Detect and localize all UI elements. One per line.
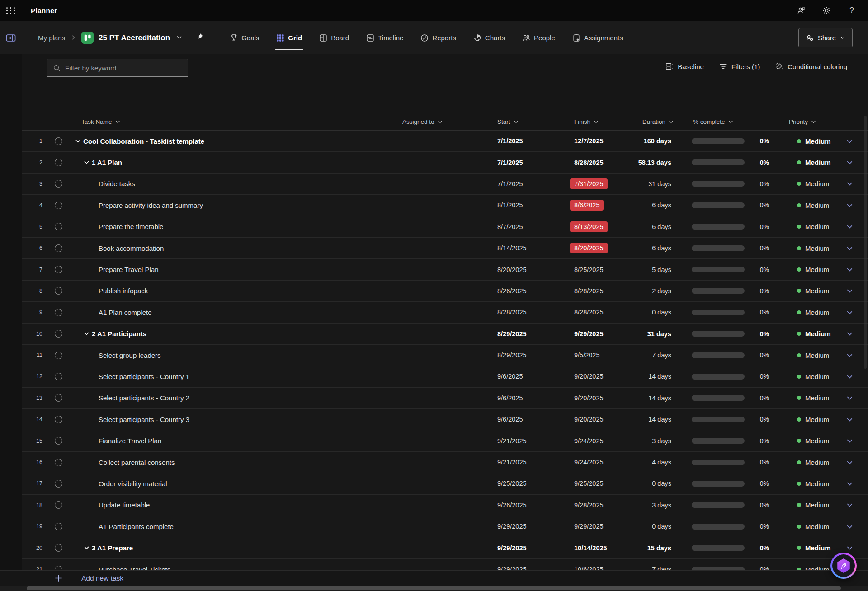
tab-goals[interactable]: Goals [230,21,259,54]
row-dropdown-chevron-icon[interactable] [846,266,853,273]
table-row[interactable]: 8 Publish infopack 8/26/2025 8/28/2025 2… [0,281,868,302]
priority-label[interactable]: Medium [805,416,829,423]
progress-bar[interactable] [692,310,745,315]
collapse-chevron-icon[interactable] [75,138,81,144]
progress-bar[interactable] [692,374,745,380]
progress-bar[interactable] [692,524,745,530]
table-row[interactable]: 20 3 A1 Prepare 9/29/2025 10/14/2025 15 … [0,537,868,558]
priority-label[interactable]: Medium [805,287,829,295]
finish-date[interactable]: 9/24/2025 [574,459,604,466]
row-dropdown-chevron-icon[interactable] [846,544,853,551]
task-complete-circle[interactable] [55,330,62,338]
task-name[interactable]: Publish infopack [99,287,148,295]
task-complete-circle[interactable] [55,244,62,252]
priority-label[interactable]: Medium [805,330,831,338]
column-header-assigned-to[interactable]: Assigned to [396,118,491,125]
start-date[interactable]: 8/14/2025 [491,244,567,252]
progress-bar[interactable] [692,331,745,337]
horizontal-scrollbar-thumb[interactable] [27,586,841,590]
plan-title[interactable]: 25 PT Accreditation [99,33,170,42]
priority-label[interactable]: Medium [805,202,829,209]
progress-bar[interactable] [692,438,745,444]
progress-bar[interactable] [692,159,745,165]
feedback-icon[interactable] [797,6,806,15]
row-dropdown-chevron-icon[interactable] [846,159,853,166]
tab-reports[interactable]: Reports [420,21,456,54]
progress-bar[interactable] [692,202,745,208]
settings-gear-icon[interactable] [822,6,831,15]
progress-bar[interactable] [692,224,745,230]
start-date[interactable]: 9/21/2025 [491,459,567,466]
finish-date[interactable]: 9/24/2025 [574,437,604,445]
duration-cell[interactable]: 31 days [633,180,676,188]
start-date[interactable]: 9/6/2025 [491,373,567,380]
row-dropdown-chevron-icon[interactable] [846,523,853,530]
table-row[interactable]: 13 Select participants - Country 2 9/6/2… [0,388,868,409]
table-row[interactable]: 3 Divide tasks 7/1/2025 7/31/2025 31 day… [0,174,868,195]
finish-date[interactable]: 8/6/2025 [570,200,604,211]
finish-date[interactable]: 9/28/2025 [574,502,604,509]
start-date[interactable]: 8/29/2025 [491,352,567,359]
priority-label[interactable]: Medium [805,501,829,509]
progress-bar[interactable] [692,181,745,187]
row-dropdown-chevron-icon[interactable] [846,437,853,444]
column-header-duration[interactable]: Duration [633,118,676,125]
table-row[interactable]: 19 A1 Participants complete 9/29/2025 9/… [0,516,868,537]
progress-bar[interactable] [692,460,745,465]
table-row[interactable]: 15 Fianalize Travel Plan 9/21/2025 9/24/… [0,430,868,451]
task-complete-circle[interactable] [55,352,62,359]
table-row[interactable]: 12 Select participants - Country 1 9/6/2… [0,366,868,387]
row-dropdown-chevron-icon[interactable] [846,502,853,508]
tab-board[interactable]: Board [319,21,349,54]
task-name[interactable]: A1 Plan complete [99,309,152,316]
collapse-chevron-icon[interactable] [84,159,90,165]
task-name[interactable]: Update timetable [99,501,150,509]
task-complete-circle[interactable] [55,394,62,402]
start-date[interactable]: 8/29/2025 [491,330,567,338]
finish-date[interactable]: 8/28/2025 [574,159,604,166]
table-row[interactable]: 1 Cool Collaboration - Tasklist template… [0,131,868,152]
start-date[interactable]: 9/25/2025 [491,480,567,487]
column-header-finish[interactable]: Finish [567,118,633,125]
start-date[interactable]: 9/29/2025 [491,523,567,530]
task-name[interactable]: Select group leaders [99,352,161,359]
finish-date[interactable]: 9/20/2025 [574,373,604,380]
task-complete-circle[interactable] [55,523,62,530]
start-date[interactable]: 9/21/2025 [491,437,567,445]
table-row[interactable]: 2 1 A1 Plan 7/1/2025 8/28/2025 58.13 day… [0,152,868,173]
duration-cell[interactable]: 6 days [633,244,676,252]
duration-cell[interactable]: 14 days [633,373,676,380]
row-dropdown-chevron-icon[interactable] [846,394,853,401]
duration-cell[interactable]: 6 days [633,223,676,230]
column-header-percent-complete[interactable]: % complete [676,118,773,125]
table-row[interactable]: 4 Prepare activity idea and summary 8/1/… [0,195,868,216]
progress-bar[interactable] [692,481,745,487]
conditional-coloring-button[interactable]: Conditional coloring [775,62,847,70]
table-row[interactable]: 14 Select participants - Country 3 9/6/2… [0,409,868,430]
finish-date[interactable]: 9/29/2025 [574,523,604,530]
priority-label[interactable]: Medium [805,459,829,466]
duration-cell[interactable]: 7 days [633,566,676,570]
start-date[interactable]: 8/20/2025 [491,266,567,273]
finish-date[interactable]: 8/28/2025 [574,309,604,316]
table-row[interactable]: 10 2 A1 Participants 8/29/2025 9/29/2025… [0,324,868,345]
task-name[interactable]: Book accommodation [99,244,164,252]
duration-cell[interactable]: 2 days [633,287,676,295]
row-dropdown-chevron-icon[interactable] [846,480,853,487]
task-complete-circle[interactable] [55,459,62,466]
row-dropdown-chevron-icon[interactable] [846,138,853,145]
start-date[interactable]: 7/1/2025 [491,137,567,145]
duration-cell[interactable]: 0 days [633,523,676,530]
task-complete-circle[interactable] [55,373,62,380]
open-side-panel-icon[interactable] [0,33,22,43]
column-header-task-name[interactable]: Task Name [70,118,396,125]
task-name[interactable]: Prepare Travel Plan [99,266,159,273]
task-complete-circle[interactable] [55,566,62,571]
task-name[interactable]: Order visibility material [99,480,167,488]
priority-label[interactable]: Medium [805,352,829,359]
task-name[interactable]: Divide tasks [99,180,135,188]
tab-assignments[interactable]: Assignments [572,21,623,54]
priority-label[interactable]: Medium [805,309,829,316]
start-date[interactable]: 8/7/2025 [491,223,567,230]
row-dropdown-chevron-icon[interactable] [846,330,853,337]
